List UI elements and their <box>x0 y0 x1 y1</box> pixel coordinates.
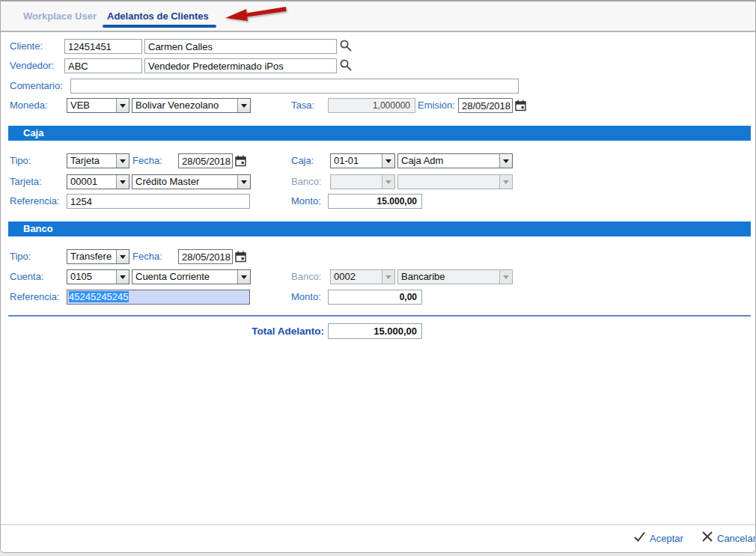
cliente-search-icon[interactable] <box>339 39 353 52</box>
adelantos-dialog: Workplace User Adelantos de Clientes Cli… <box>0 0 756 553</box>
comentario-label: Comentario: <box>10 79 63 94</box>
cancelar-button[interactable]: Cancelar <box>717 533 756 544</box>
moneda-code-value: VEB <box>67 99 116 112</box>
cliente-name-input[interactable] <box>144 39 337 54</box>
moneda-name-dropdown[interactable]: Bolivar Venezolano <box>132 98 251 113</box>
emision-label: Emisión: <box>418 98 455 113</box>
check-icon[interactable] <box>633 531 646 543</box>
dropdown-arrow-icon <box>382 175 394 189</box>
tab-adelantos-de-clientes[interactable]: Adelantos de Clientes <box>107 10 209 22</box>
banco-fecha-label: Fecha: <box>132 249 162 264</box>
cuenta-code-value: 0105 <box>67 270 116 284</box>
tarjeta-name-value: Crédito Master <box>132 175 237 189</box>
total-adelanto-input <box>328 323 422 339</box>
vendedor-search-icon[interactable] <box>339 58 353 72</box>
emision-date-input[interactable] <box>458 98 513 113</box>
tarjeta-label: Tarjeta: <box>10 174 42 189</box>
banco-referencia-input[interactable]: 45245245245 <box>67 290 250 305</box>
tarjeta-code-dropdown[interactable]: 00001 <box>67 174 129 189</box>
caja-name-value: Caja Adm <box>398 154 499 168</box>
cuenta-name-dropdown[interactable]: Cuenta Corriente <box>132 269 251 284</box>
caja-fecha-label: Fecha: <box>132 153 162 168</box>
x-icon[interactable] <box>701 531 713 543</box>
banco-tipo-value: Transfere <box>67 250 116 263</box>
vendedor-code-input[interactable] <box>64 58 142 73</box>
banco-monto-input[interactable] <box>328 290 422 305</box>
banco-referencia-label: Referencia: <box>10 290 59 305</box>
dropdown-arrow-icon <box>499 270 512 284</box>
caja-referencia-input[interactable] <box>67 194 250 209</box>
caja-tipo-value: Tarjeta <box>67 154 116 168</box>
moneda-label: Moneda: <box>10 98 48 113</box>
red-arrow-annotation-icon <box>220 2 289 25</box>
dropdown-arrow-icon[interactable] <box>116 154 129 168</box>
active-tab-underline <box>103 25 216 28</box>
vendedor-label: Vendedor: <box>10 58 54 73</box>
dropdown-arrow-icon[interactable] <box>116 99 129 112</box>
total-separator <box>8 315 751 317</box>
dropdown-arrow-icon[interactable] <box>237 99 250 112</box>
banco-code-dropdown: 0002 <box>330 269 395 284</box>
caja-banco-code-dropdown <box>330 174 395 189</box>
caja-referencia-label: Referencia: <box>10 194 59 209</box>
tasa-input <box>328 98 415 113</box>
banco-monto-label: Monto: <box>291 290 321 305</box>
tasa-label: Tasa: <box>291 98 314 113</box>
tab-workplace-user[interactable]: Workplace User <box>23 10 97 22</box>
banco-name-dropdown: Bancaribe <box>397 269 513 284</box>
cliente-code-input[interactable] <box>64 39 142 54</box>
caja-name-dropdown[interactable]: Caja Adm <box>397 153 513 168</box>
caja-monto-label: Monto: <box>291 194 321 209</box>
tarjeta-name-dropdown[interactable]: Crédito Master <box>132 174 251 189</box>
dropdown-arrow-icon[interactable] <box>116 270 129 284</box>
banco-name-value: Bancaribe <box>398 270 499 284</box>
caja-banco-label: Banco: <box>291 174 321 189</box>
banco-banco-label: Banco: <box>291 269 321 284</box>
caja-section-header: Caja <box>8 126 751 141</box>
banco-code-value: 0002 <box>331 270 382 284</box>
selected-text: 45245245245 <box>69 291 129 302</box>
aceptar-button[interactable]: Aceptar <box>650 533 683 544</box>
dropdown-arrow-icon[interactable] <box>116 250 129 263</box>
dropdown-arrow-icon <box>382 270 394 284</box>
dropdown-arrow-icon[interactable] <box>237 175 250 189</box>
caja-fecha-calendar-icon[interactable] <box>235 155 246 167</box>
caja-banco-code-value <box>331 175 382 189</box>
comentario-input[interactable] <box>70 79 519 94</box>
caja-tipo-label: Tipo: <box>10 153 31 168</box>
banco-tipo-label: Tipo: <box>10 249 31 264</box>
moneda-name-value: Bolivar Venezolano <box>132 99 237 112</box>
cuenta-name-value: Cuenta Corriente <box>132 270 237 284</box>
emision-calendar-icon[interactable] <box>515 100 526 111</box>
banco-fecha-calendar-icon[interactable] <box>235 251 246 263</box>
caja-banco-name-value <box>398 175 499 189</box>
dropdown-arrow-icon[interactable] <box>382 154 394 168</box>
cuenta-label: Cuenta: <box>10 269 44 284</box>
tarjeta-code-value: 00001 <box>67 175 116 189</box>
dropdown-arrow-icon[interactable] <box>237 270 250 284</box>
tab-bar: Workplace User Adelantos de Clientes <box>1 1 755 32</box>
dropdown-arrow-icon <box>499 175 512 189</box>
banco-tipo-dropdown[interactable]: Transfere <box>67 249 129 264</box>
vendedor-name-input[interactable] <box>144 58 337 73</box>
cuenta-code-dropdown[interactable]: 0105 <box>67 269 129 284</box>
dropdown-arrow-icon[interactable] <box>116 175 129 189</box>
caja-code-value: 01-01 <box>331 154 382 168</box>
caja-caja-label: Caja: <box>291 153 314 168</box>
caja-code-dropdown[interactable]: 01-01 <box>330 153 395 168</box>
caja-tipo-dropdown[interactable]: Tarjeta <box>67 153 129 168</box>
moneda-code-dropdown[interactable]: VEB <box>67 98 129 113</box>
cliente-label: Cliente: <box>10 39 43 54</box>
caja-monto-input[interactable] <box>328 194 422 209</box>
banco-fecha-input[interactable] <box>178 249 233 264</box>
total-adelanto-label: Total Adelanto: <box>203 324 324 339</box>
caja-banco-name-dropdown <box>397 174 513 189</box>
caja-fecha-input[interactable] <box>178 153 233 168</box>
banco-section-header: Banco <box>8 222 751 236</box>
dropdown-arrow-icon[interactable] <box>499 154 512 168</box>
